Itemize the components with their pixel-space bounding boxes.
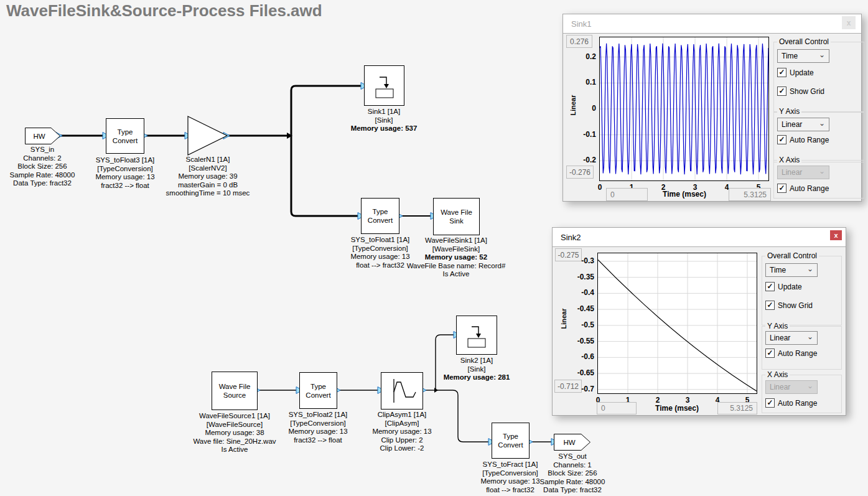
x-scale-select: Linear ⌄ [777, 166, 829, 179]
y-scale-select[interactable]: Linear ⌄ [777, 118, 829, 131]
block-wavefilesource1[interactable]: Wave File Source [212, 372, 258, 410]
y-auto-range-checkbox[interactable]: ✓ Auto Range [777, 135, 829, 144]
sink2-plot-window: Sink2 x -0.275 Linear -0.712 012345-0.3-… [552, 227, 846, 416]
x-max-field[interactable]: 5.3125 [729, 188, 771, 201]
y-tick-label: -0.7 [567, 385, 594, 393]
y-tick-label: 0.1 [569, 78, 596, 87]
x-scale-select: Linear ⌄ [765, 380, 818, 394]
x-tick-label: 3 [676, 396, 699, 405]
update-checkbox[interactable]: ✓ Update [765, 282, 802, 291]
sink-icon [462, 322, 491, 349]
block-caption-clipasym1: ClipAsym1 [1A][ClipAsym]Memory usage: 13… [337, 411, 467, 453]
y-tick-label: 0.2 [569, 52, 596, 61]
block-sink2[interactable] [456, 316, 497, 355]
block-caption-wavefilesink1: WaveFileSink1 [1A][WaveFileSink]Memory u… [391, 236, 521, 279]
y-tick-label: -0.5 [567, 321, 594, 329]
x-axis-title: Time (msec) [640, 404, 714, 413]
update-checkbox[interactable]: ✓ Update [777, 68, 814, 77]
close-button[interactable]: x [830, 230, 842, 240]
y-tick-label: 0 [569, 104, 596, 113]
overall-control-label: Overall Control [777, 37, 831, 46]
block-wavefilesink1[interactable]: Wave File Sink [433, 198, 480, 235]
chevron-down-icon: ⌄ [807, 381, 813, 390]
x-axis-title: Time (msec) [650, 190, 719, 199]
domain-select[interactable]: Time ⌄ [777, 49, 829, 63]
window-titlebar[interactable]: Sink1 x [563, 14, 861, 34]
y-min-readout: -0.276 [566, 166, 594, 179]
block-scalern1[interactable] [187, 116, 228, 156]
sink1-plot-window: Sink1 x 0.276 Linear -0.276 0123450.20.1… [562, 14, 862, 202]
show-grid-checkbox[interactable]: ✓ Show Grid [777, 87, 824, 96]
x-tick-label: 2 [646, 396, 669, 405]
y-tick-label: -0.65 [567, 368, 594, 377]
checkmark-icon: ✓ [765, 301, 775, 310]
wire-junction [434, 388, 438, 393]
window-titlebar[interactable]: Sink2 x [553, 228, 846, 247]
checkmark-icon: ✓ [777, 184, 786, 193]
y-tick-label: -0.6 [567, 352, 594, 361]
checkmark-icon: ✓ [765, 282, 775, 291]
x-min-field[interactable]: 0 [597, 402, 637, 414]
waveform-plot[interactable]: 012345-0.3-0.35-0.4-0.45-0.5-0.55-0.6-0.… [597, 253, 757, 394]
chevron-down-icon: ⌄ [807, 332, 813, 341]
y-tick-label: -0.2 [569, 156, 596, 164]
x-max-field[interactable]: 5.3125 [717, 402, 757, 414]
domain-select[interactable]: Time ⌄ [765, 263, 818, 277]
waveform-plot[interactable]: 0123450.20.10-0.1-0.2 [599, 37, 769, 181]
y-tick-label: -0.1 [569, 130, 596, 139]
y-tick-label: -0.45 [567, 304, 594, 313]
x-min-field[interactable]: 0 [606, 188, 648, 201]
checkmark-icon: ✓ [765, 349, 775, 358]
checkmark-icon: ✓ [777, 135, 786, 144]
block-caption-scalern1: ScalerN1 [1A][ScalerNV2]Memory usage: 39… [142, 156, 273, 198]
checkmark-icon: ✓ [777, 68, 786, 77]
x-auto-range-checkbox[interactable]: ✓ Auto Range [765, 398, 817, 408]
scaler-triangle-icon [187, 116, 228, 156]
window-title: Sink1 [571, 19, 592, 29]
y-tick-label: -0.35 [567, 273, 594, 281]
chevron-down-icon: ⌄ [819, 119, 825, 128]
block-hw-sys-out[interactable]: HW [554, 434, 591, 451]
block-caption-sink2: Sink2 [1A][Sink]Memory usage: 281 [411, 357, 542, 382]
block-sys-tofloat2[interactable]: Type Convert [299, 372, 337, 409]
x-axis-group-label: X Axis [777, 156, 801, 164]
y-tick-label: -0.55 [567, 337, 594, 345]
block-sys-tofloat1[interactable]: Type Convert [361, 198, 399, 234]
chevron-down-icon: ⌄ [819, 167, 825, 175]
x-axis-group-label: X Axis [765, 370, 790, 379]
y-axis-label: Y Axis [777, 107, 801, 116]
y-axis-label: Y Axis [765, 322, 790, 330]
y-tick-label: -0.4 [567, 288, 594, 297]
overall-control-label: Overall Control [765, 251, 819, 260]
block-caption-sink1: Sink1 [1A][Sink]Memory usage: 537 [319, 108, 449, 133]
block-sink1[interactable] [364, 65, 404, 106]
file-title: WaveFileSink&Source-Process Files.awd [6, 1, 322, 21]
block-hw-sys-in[interactable]: HW [25, 128, 61, 144]
block-sys-tofloat3[interactable]: Type Convert [106, 118, 144, 154]
checkmark-icon: ✓ [777, 87, 786, 96]
sink-icon [370, 72, 399, 100]
y-tick-label: -0.3 [567, 256, 594, 265]
chevron-down-icon: ⌄ [807, 264, 813, 273]
y-scale-select[interactable]: Linear ⌄ [765, 331, 818, 345]
y-max-readout: 0.276 [566, 35, 592, 48]
window-title: Sink2 [561, 233, 581, 242]
y-auto-range-checkbox[interactable]: ✓ Auto Range [765, 349, 817, 358]
close-button[interactable]: x [842, 16, 856, 29]
block-caption-sys-out: SYS_outChannels: 1Block Size: 256Sample … [507, 452, 638, 495]
x-auto-range-checkbox[interactable]: ✓ Auto Range [777, 184, 829, 193]
show-grid-checkbox[interactable]: ✓ Show Grid [765, 301, 813, 310]
wire-junction [287, 133, 292, 139]
chevron-down-icon: ⌄ [819, 50, 825, 59]
checkmark-icon: ✓ [765, 398, 775, 408]
